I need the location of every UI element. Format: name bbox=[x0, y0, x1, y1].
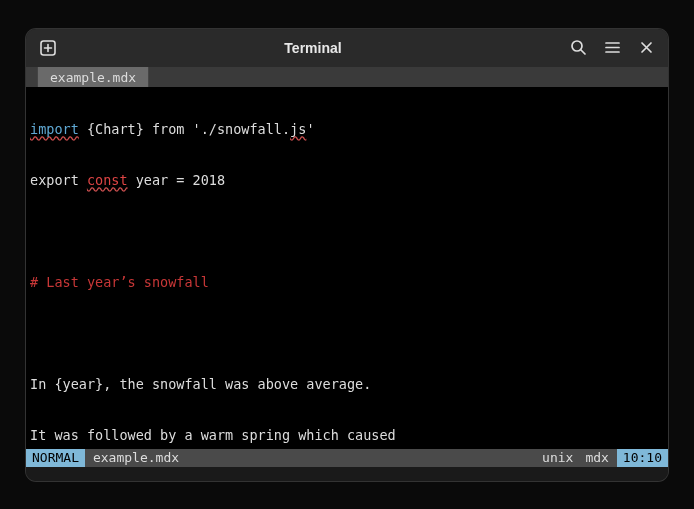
close-icon bbox=[639, 40, 654, 55]
search-icon bbox=[570, 39, 587, 56]
code-line: In {year}, the snowfall was above averag… bbox=[30, 376, 664, 393]
cursor-position: 10:10 bbox=[617, 449, 668, 467]
code-line: import {Chart} from './snowfall.js' bbox=[30, 121, 664, 138]
status-encoding: unix bbox=[542, 450, 573, 465]
plus-box-icon bbox=[39, 39, 57, 57]
status-info: unix mdx bbox=[534, 449, 617, 467]
tab-bar: example.mdx bbox=[26, 67, 668, 87]
code-line bbox=[30, 223, 664, 240]
status-filename: example.mdx bbox=[85, 449, 187, 467]
window-footer bbox=[26, 467, 668, 481]
menu-button[interactable] bbox=[596, 32, 628, 64]
window-title: Terminal bbox=[64, 40, 562, 56]
tab-label: example.mdx bbox=[50, 70, 136, 85]
hamburger-icon bbox=[604, 39, 621, 56]
new-tab-button[interactable] bbox=[32, 32, 64, 64]
terminal-window: Terminal example.mdx bbox=[26, 29, 668, 481]
status-bar: NORMAL example.mdx unix mdx 10:10 bbox=[26, 449, 668, 467]
close-button[interactable] bbox=[630, 32, 662, 64]
titlebar: Terminal bbox=[26, 29, 668, 67]
editor-area[interactable]: import {Chart} from './snowfall.js' expo… bbox=[26, 87, 668, 449]
code-line bbox=[30, 325, 664, 342]
tab-gutter bbox=[26, 67, 38, 87]
code-line: It was followed by a warm spring which c… bbox=[30, 427, 664, 444]
status-filetype: mdx bbox=[585, 450, 608, 465]
vim-mode: NORMAL bbox=[26, 449, 85, 467]
tab-example[interactable]: example.mdx bbox=[38, 67, 149, 87]
code-line: # Last year’s snowfall bbox=[30, 274, 664, 291]
search-button[interactable] bbox=[562, 32, 594, 64]
code-line: export const year = 2018 bbox=[30, 172, 664, 189]
